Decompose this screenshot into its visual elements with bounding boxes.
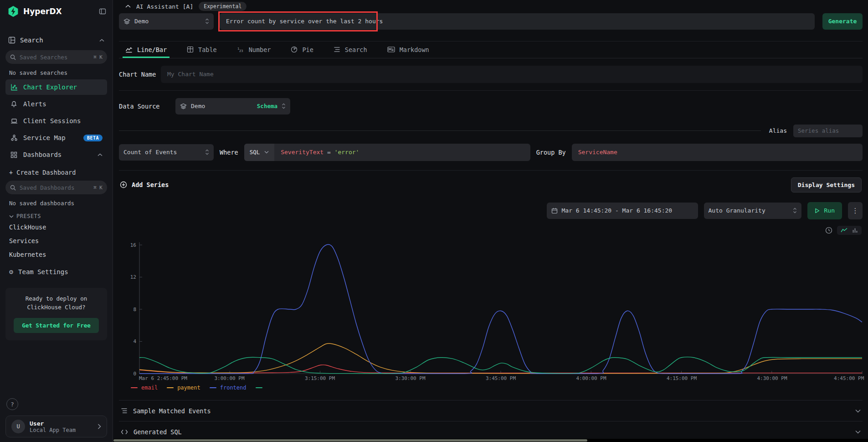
search-group-label: Search: [20, 36, 43, 44]
where-operator: =: [327, 149, 331, 156]
more-options-button[interactable]: ⋮: [848, 202, 863, 219]
alias-input[interactable]: [793, 125, 863, 137]
search-section-icon: [8, 36, 15, 44]
saved-searches-input[interactable]: Saved Searches ⌘ K: [5, 50, 107, 64]
collapse-sidebar-icon[interactable]: [99, 8, 106, 15]
logo-row: HyperDX: [5, 5, 107, 17]
sidebar-group-search[interactable]: Search: [5, 33, 107, 47]
dashboard-grid-icon: [10, 151, 18, 158]
alias-label: Alias: [769, 127, 787, 134]
no-saved-searches-text: No saved searches: [5, 64, 107, 78]
granularity-value: Auto Granularity: [709, 207, 765, 214]
preset-kubernetes[interactable]: Kubernetes: [5, 248, 107, 261]
data-source-select[interactable]: Demo Schema: [175, 98, 290, 114]
legend-item[interactable]: frontend: [210, 385, 247, 391]
sidebar: HyperDX Search Saved Searches ⌘ K No sav…: [0, 0, 113, 442]
bell-icon: [10, 100, 18, 108]
tab-pie[interactable]: Pie: [291, 42, 313, 58]
x-axis-labels: Mar 6 2:45:00 PM3:00:00 PM3:15:00 PM3:30…: [139, 374, 863, 380]
get-started-button[interactable]: Get Started for Free: [14, 318, 99, 333]
x-tick-label: 3:30:00 PM: [395, 375, 425, 381]
sidebar-item-label: Chart Explorer: [23, 83, 77, 91]
hyperdx-logo-icon: [7, 5, 19, 17]
gear-icon: ⚙: [9, 268, 13, 276]
y-tick-label: 4: [133, 338, 136, 344]
chart-legend: emailpaymentfrontend: [131, 385, 863, 391]
presets-header[interactable]: PRESETS: [5, 208, 107, 220]
chevron-up-icon[interactable]: [98, 153, 103, 156]
y-tick-label: 12: [130, 274, 136, 280]
clock-icon[interactable]: [825, 227, 832, 234]
sidebar-item-client-sessions[interactable]: Client Sessions: [5, 113, 107, 129]
saved-dashboards-input[interactable]: Saved Dashboards ⌘ K: [5, 181, 107, 194]
legend-item[interactable]: payment: [167, 385, 200, 391]
data-source-row: Data Source Demo Schema: [119, 91, 863, 122]
add-series-row: Add Series Display Settings: [119, 171, 863, 199]
keyboard-shortcut: ⌘ K: [93, 185, 103, 191]
legend-item[interactable]: [256, 387, 262, 388]
time-range-input[interactable]: Mar 6 14:45:20 - Mar 6 16:45:20: [547, 203, 698, 219]
keyboard-shortcut: ⌘ K: [93, 54, 103, 60]
sidebar-item-dashboards[interactable]: Dashboards: [5, 147, 107, 162]
series-query-row: Count of Events Where SQL SeverityText =…: [119, 144, 863, 171]
time-range-value: Mar 6 14:45:20 - Mar 6 16:45:20: [562, 207, 673, 214]
legend-label: payment: [177, 385, 200, 391]
sidebar-item-team-settings[interactable]: ⚙ Team Settings: [5, 263, 107, 281]
chevron-up-icon[interactable]: [99, 39, 104, 42]
tab-number[interactable]: 123 Number: [237, 42, 271, 58]
group-by-input[interactable]: ServiceName: [572, 144, 863, 161]
chart-scatter-icon: [10, 83, 18, 91]
horizontal-scrollbar[interactable]: [113, 439, 868, 442]
preset-clickhouse[interactable]: ClickHouse: [5, 220, 107, 234]
chart-name-label: Chart Name: [119, 71, 161, 78]
x-tick-label: 4:30:00 PM: [757, 375, 787, 381]
bar-chart-toggle-icon[interactable]: [852, 228, 858, 233]
ai-prompt-input[interactable]: [220, 13, 815, 30]
scrollbar-thumb[interactable]: [113, 439, 587, 442]
beta-badge: BETA: [83, 135, 103, 141]
sidebar-item-chart-explorer[interactable]: Chart Explorer: [5, 79, 107, 95]
avatar: U: [11, 420, 25, 433]
aggregation-select[interactable]: Count of Events: [119, 144, 214, 161]
tab-line-bar[interactable]: Line/Bar: [125, 42, 167, 58]
chevron-up-icon[interactable]: [125, 5, 131, 8]
run-button[interactable]: Run: [807, 202, 842, 219]
service-map-icon: [10, 134, 18, 141]
add-series-button[interactable]: Add Series: [120, 181, 169, 188]
chart-name-input[interactable]: [161, 66, 863, 83]
tab-table[interactable]: Table: [187, 42, 217, 58]
section-sample-matched-events[interactable]: Sample Matched Events: [119, 400, 863, 421]
data-source-value: Demo: [191, 103, 205, 109]
divider: [119, 130, 761, 131]
y-tick-label: 16: [130, 242, 136, 248]
generate-button[interactable]: Generate: [822, 13, 863, 30]
schema-link[interactable]: Schema: [257, 103, 277, 109]
source-select[interactable]: Demo: [119, 13, 214, 30]
sidebar-item-service-map[interactable]: Service Map BETA: [5, 130, 107, 146]
legend-item[interactable]: email: [131, 385, 158, 391]
tab-search[interactable]: Search: [334, 42, 367, 58]
main-content: AI Assistant [A] Experimental Demo Gener…: [113, 0, 868, 442]
tab-markdown[interactable]: Markdown: [387, 42, 429, 58]
help-icon[interactable]: ?: [6, 398, 18, 410]
sql-mode-select[interactable]: SQL: [244, 144, 275, 161]
list-indent-icon: [121, 408, 128, 414]
preset-services[interactable]: Services: [5, 234, 107, 248]
user-menu[interactable]: U User Local App Team: [5, 416, 107, 437]
legend-label: email: [141, 385, 158, 391]
saved-dashboards-placeholder: Saved Dashboards: [20, 184, 74, 191]
viz-type-toggle: [837, 226, 862, 235]
y-tick-label: 8: [133, 306, 136, 312]
line-chart-toggle-icon[interactable]: [841, 228, 847, 233]
section-label: Generated SQL: [134, 428, 182, 436]
where-input[interactable]: SQL SeverityText = 'error': [244, 144, 530, 161]
create-dashboard-button[interactable]: + Create Dashboard: [5, 162, 107, 178]
legend-label: frontend: [220, 385, 247, 391]
pie-icon: [291, 46, 298, 53]
display-settings-button[interactable]: Display Settings: [791, 177, 862, 192]
granularity-select[interactable]: Auto Granularity: [704, 203, 801, 219]
line-chart-icon: [125, 47, 133, 53]
tab-label: Number: [249, 46, 271, 53]
sidebar-item-alerts[interactable]: Alerts: [5, 96, 107, 112]
plot-area[interactable]: [139, 241, 863, 374]
